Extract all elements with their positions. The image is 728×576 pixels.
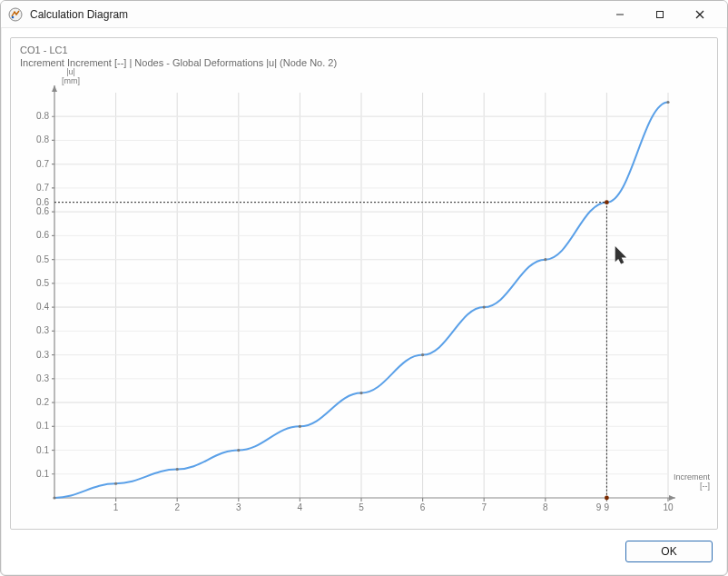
svg-point-0 [9, 8, 22, 21]
x-tick-label: 6 [420, 502, 426, 512]
footer: OK [1, 535, 727, 575]
chart-svg: 123456789100.10.10.10.20.30.30.30.40.50.… [11, 38, 717, 529]
data-point [666, 101, 669, 104]
y-tick-label: 0.3 [36, 373, 49, 383]
x-tick-label: 10 [663, 502, 674, 512]
dialog-window: Calculation Diagram CO1 - LC1 Increment … [0, 0, 728, 576]
data-point [53, 496, 55, 499]
content-area: CO1 - LC1 Increment Increment [--] | Nod… [1, 28, 727, 575]
y-tick-label: 0.5 [36, 278, 49, 288]
y-tick-label: 0.7 [36, 159, 49, 169]
y-axis-arrow [52, 85, 57, 92]
y-tick-label: 0.6 [36, 206, 49, 216]
y-tick-label: 0.7 [36, 183, 49, 193]
y-tick-label: 0.1 [36, 421, 49, 431]
data-point [359, 392, 362, 394]
y-tick-label: 0.4 [36, 302, 49, 312]
x-axis-arrow [669, 495, 675, 501]
close-button[interactable] [680, 2, 720, 27]
highlight-y-label: 0.6 [36, 197, 49, 207]
maximize-button[interactable] [640, 2, 680, 27]
y-tick-label: 0.2 [36, 397, 49, 407]
title-bar: Calculation Diagram [1, 1, 727, 28]
minimize-button[interactable] [600, 2, 640, 27]
x-axis-label: Increment [674, 472, 711, 482]
x-tick-label: 1 [113, 502, 119, 512]
svg-point-1 [12, 15, 15, 18]
svg-rect-3 [657, 11, 664, 17]
x-tick-label: 9 [605, 502, 610, 512]
x-tick-label: 5 [359, 502, 364, 512]
x-tick-label: 8 [543, 502, 548, 512]
x-tick-label: 7 [481, 502, 487, 512]
y-tick-label: 0.3 [36, 325, 49, 335]
window-title: Calculation Diagram [30, 8, 128, 21]
y-tick-label: 0.1 [36, 469, 49, 479]
y-tick-label: 0.3 [36, 350, 49, 360]
y-tick-label: 0.5 [36, 254, 49, 264]
x-tick-label: 2 [174, 502, 180, 512]
y-axis-unit: [mm] [62, 76, 80, 85]
data-point [421, 353, 424, 356]
y-tick-label: 0.6 [36, 230, 49, 240]
x-tick-label: 4 [298, 502, 303, 512]
data-point [483, 306, 486, 309]
app-icon [8, 7, 23, 22]
grid-major [54, 93, 668, 498]
y-tick-label: 0.8 [36, 111, 49, 121]
data-point [176, 468, 179, 471]
y-tick-label: 0.1 [36, 445, 49, 455]
chart-panel: CO1 - LC1 Increment Increment [--] | Nod… [10, 37, 718, 530]
data-point [114, 482, 117, 485]
data-point [544, 258, 546, 261]
x-axis-unit: [--] [700, 482, 710, 491]
y-axis-label: |u| [66, 67, 75, 76]
ok-button[interactable]: OK [625, 541, 713, 562]
highlight-point-top [605, 200, 609, 204]
x-tick-label: 3 [236, 502, 241, 512]
data-point [237, 449, 240, 452]
data-point [299, 425, 301, 428]
highlight-x-label: 9 [596, 502, 602, 512]
y-tick-label: 0.8 [36, 134, 49, 144]
highlight-point-bottom [605, 496, 609, 501]
cursor-icon [615, 248, 625, 263]
